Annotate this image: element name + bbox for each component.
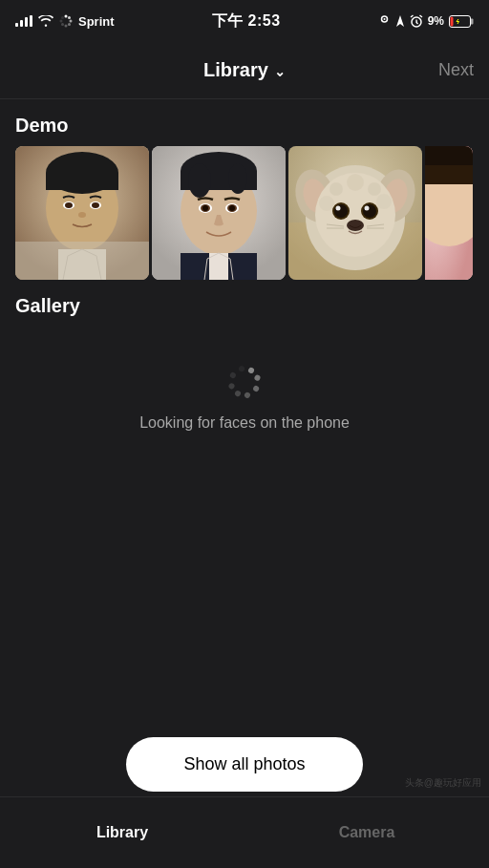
nav-chevron-icon: ⌄ [274,64,286,79]
content-area: Demo [0,99,489,466]
svg-point-32 [228,163,247,194]
svg-point-67 [253,374,261,382]
svg-rect-13 [471,18,474,24]
loading-spinner [221,358,267,405]
svg-point-1 [68,16,71,19]
svg-point-21 [65,202,73,208]
gallery-section: Gallery Looking for faces on the phone [0,280,489,466]
wifi-icon [38,15,53,27]
demo-photo-grid [0,146,489,280]
svg-point-72 [229,371,237,379]
tab-camera-label: Camera [339,824,395,841]
svg-point-2 [70,20,73,23]
svg-rect-18 [46,173,118,190]
svg-point-4 [65,25,68,28]
svg-point-49 [319,196,334,211]
battery-icon [449,15,474,28]
tab-bar: Library Camera [0,796,489,868]
svg-point-73 [238,365,245,372]
svg-point-31 [188,163,211,198]
signal-icon [15,15,32,27]
svg-rect-40 [209,253,228,280]
status-right: 9% [378,14,474,28]
svg-point-51 [330,182,343,196]
nav-bar: Library ⌄ Next [0,42,489,99]
svg-point-3 [68,23,71,26]
svg-point-7 [61,16,64,19]
tab-library[interactable]: Library [0,797,244,868]
watermark: 头条@趣玩好应用 [405,776,481,790]
demo-photo-3[interactable] [288,146,422,280]
next-button[interactable]: Next [438,60,474,80]
svg-rect-25 [15,242,149,280]
demo-section: Demo [0,99,489,280]
demo-photo-2[interactable] [152,146,286,280]
alarm-icon [410,14,423,28]
svg-point-58 [336,206,341,211]
loading-icon [59,14,73,28]
demo-photo-4[interactable] [425,146,473,280]
carrier-label: Sprint [78,14,115,29]
svg-point-37 [202,205,208,211]
svg-point-69 [244,392,251,399]
svg-point-59 [365,206,370,211]
svg-point-68 [252,385,260,392]
nav-title[interactable]: Library ⌄ [203,59,286,81]
arrow-icon [395,14,405,28]
svg-point-60 [347,220,364,231]
svg-point-52 [368,182,381,196]
svg-point-38 [229,205,235,211]
gallery-section-label: Gallery [15,295,474,317]
svg-point-22 [92,202,99,208]
tab-camera[interactable]: Camera [244,797,489,868]
svg-rect-12 [451,16,454,26]
svg-point-70 [234,390,242,397]
location-icon [378,14,391,28]
tab-library-label: Library [96,824,148,841]
svg-point-71 [227,382,235,390]
nav-title-text: Library [203,59,268,81]
loading-text: Looking for faces on the phone [139,414,350,432]
svg-point-23 [78,212,86,218]
demo-section-label: Demo [0,99,489,146]
svg-point-5 [61,23,64,26]
svg-point-9 [383,18,385,20]
status-bar: Sprint 下午 2:53 9% [0,0,489,42]
status-time: 下午 2:53 [212,11,281,32]
svg-point-0 [65,15,68,18]
show-all-button[interactable]: Show all photos [126,737,362,792]
svg-point-66 [247,367,255,374]
battery-percent: 9% [428,14,444,28]
svg-point-50 [376,194,392,209]
loading-container: Looking for faces on the phone [15,346,474,451]
svg-point-6 [60,20,63,23]
svg-point-56 [334,204,348,218]
svg-rect-65 [425,146,473,165]
svg-point-53 [347,174,364,191]
svg-point-57 [363,204,376,218]
status-left: Sprint [15,14,115,29]
demo-photo-1[interactable] [15,146,149,280]
